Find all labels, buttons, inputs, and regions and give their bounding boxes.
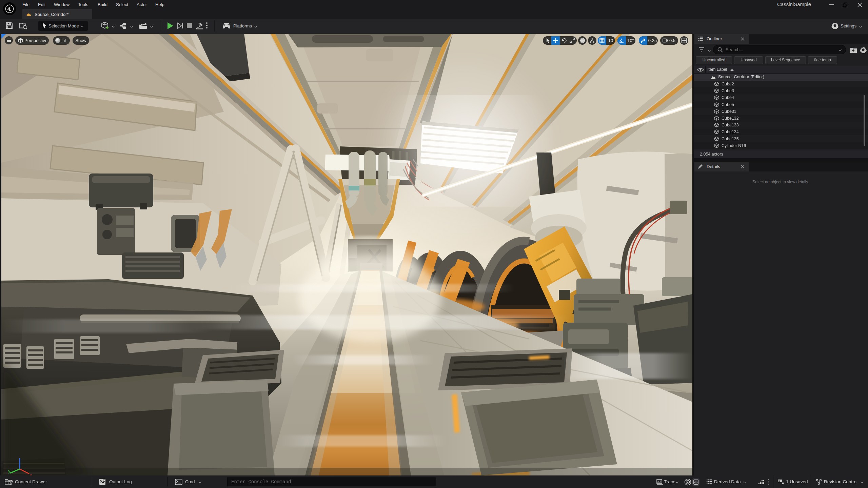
svg-text:x: x: [30, 473, 32, 475]
svg-text:y: y: [8, 468, 11, 473]
